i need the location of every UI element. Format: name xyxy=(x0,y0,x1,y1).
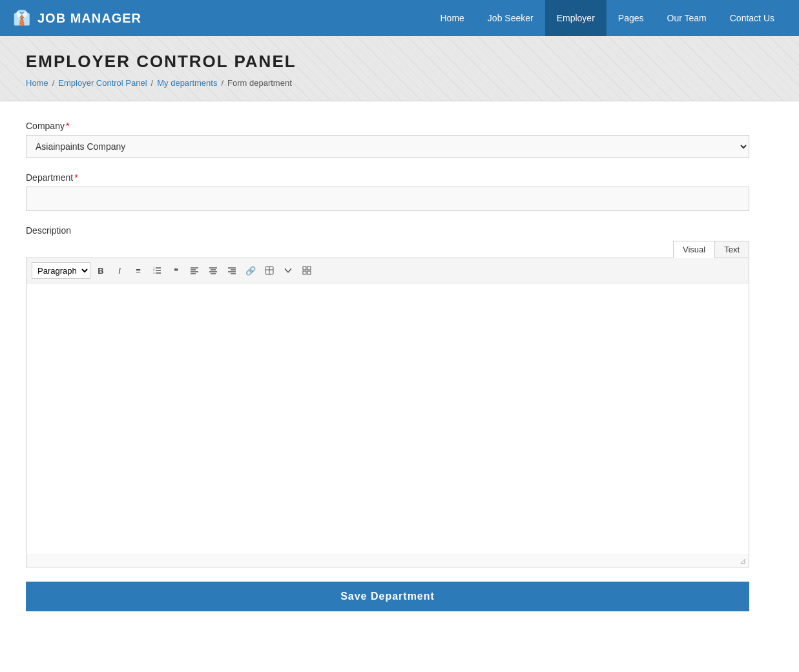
navbar: 👔 JOB MANAGER Home Job Seeker Employer P… xyxy=(0,0,799,36)
toolbar-align-left-button[interactable] xyxy=(186,262,203,279)
breadcrumb-employer-control-panel[interactable]: Employer Control Panel xyxy=(58,78,147,88)
nav-link-employer[interactable]: Employer xyxy=(545,0,607,36)
nav-link-our-team[interactable]: Our Team xyxy=(656,0,718,36)
toolbar-grid-button[interactable] xyxy=(298,262,315,279)
editor-tab-text[interactable]: Text xyxy=(714,241,749,258)
nav-link-contact-us[interactable]: Contact Us xyxy=(718,0,786,36)
nav-link-job-seeker[interactable]: Job Seeker xyxy=(476,0,545,36)
breadcrumb-my-departments[interactable]: My departments xyxy=(157,78,217,88)
page-title: EMPLOYER CONTROL PANEL xyxy=(26,52,773,72)
toolbar-align-center-button[interactable] xyxy=(205,262,222,279)
breadcrumb-sep-2: / xyxy=(151,78,154,88)
editor-wrapper: Visual Text Paragraph Heading 1 Heading … xyxy=(26,241,749,567)
nav-item-job-seeker[interactable]: Job Seeker xyxy=(476,0,545,36)
department-group: Department* xyxy=(26,172,749,211)
resize-icon: ⊿ xyxy=(740,556,746,565)
breadcrumb: Home / Employer Control Panel / My depar… xyxy=(26,78,773,88)
svg-rect-24 xyxy=(307,267,311,270)
editor-tab-visual[interactable]: Visual xyxy=(673,241,714,258)
department-required: * xyxy=(74,172,78,183)
svg-rect-26 xyxy=(307,271,311,274)
company-required: * xyxy=(66,121,69,131)
svg-rect-25 xyxy=(303,271,306,274)
description-group: Description Visual Text Paragraph Headin… xyxy=(26,225,749,567)
nav-menu: Home Job Seeker Employer Pages Our Team … xyxy=(429,0,787,36)
toolbar-ordered-list-button[interactable]: 123 xyxy=(149,262,165,279)
toolbar-table-button[interactable] xyxy=(261,262,278,279)
company-label: Company* xyxy=(26,121,749,131)
department-label: Department* xyxy=(26,172,749,183)
editor-body[interactable] xyxy=(26,283,749,555)
editor-resize-handle: ⊿ xyxy=(26,555,749,567)
description-label: Description xyxy=(26,225,749,236)
svg-text:3: 3 xyxy=(153,271,155,274)
nav-item-employer[interactable]: Employer xyxy=(545,0,607,36)
toolbar-paragraph-select[interactable]: Paragraph Heading 1 Heading 2 Heading 3 xyxy=(32,262,90,279)
toolbar-link-button[interactable]: 🔗 xyxy=(242,262,259,279)
breadcrumb-home[interactable]: Home xyxy=(26,78,48,88)
hero-banner: EMPLOYER CONTROL PANEL Home / Employer C… xyxy=(0,36,799,101)
svg-line-22 xyxy=(288,269,291,272)
toolbar-blockquote-button[interactable]: ❝ xyxy=(167,262,184,279)
breadcrumb-current: Form department xyxy=(227,78,292,88)
department-input[interactable] xyxy=(26,187,749,211)
brand-text: JOB MANAGER xyxy=(37,11,141,26)
toolbar-bold-button[interactable]: B xyxy=(92,262,109,279)
editor-tab-row: Visual Text xyxy=(26,241,749,258)
toolbar-more-button[interactable] xyxy=(280,262,296,279)
brand-icon: 👔 xyxy=(13,10,31,26)
svg-line-21 xyxy=(285,269,288,272)
company-group: Company* Asiainpaints Company xyxy=(26,121,749,158)
main-content: Company* Asiainpaints Company Department… xyxy=(0,101,775,637)
toolbar-italic-button[interactable]: I xyxy=(111,262,128,279)
company-select[interactable]: Asiainpaints Company xyxy=(26,135,749,158)
nav-item-pages[interactable]: Pages xyxy=(607,0,656,36)
breadcrumb-sep-3: / xyxy=(221,78,223,88)
nav-item-contact-us[interactable]: Contact Us xyxy=(718,0,786,36)
breadcrumb-sep-1: / xyxy=(52,78,55,88)
toolbar-unordered-list-button[interactable]: ≡ xyxy=(130,262,147,279)
editor-toolbar: Paragraph Heading 1 Heading 2 Heading 3 … xyxy=(26,258,749,283)
nav-link-pages[interactable]: Pages xyxy=(607,0,656,36)
toolbar-align-right-button[interactable] xyxy=(223,262,240,279)
nav-item-home[interactable]: Home xyxy=(429,0,476,36)
nav-item-our-team[interactable]: Our Team xyxy=(656,0,718,36)
editor-container: Paragraph Heading 1 Heading 2 Heading 3 … xyxy=(26,258,749,567)
save-department-button[interactable]: Save Department xyxy=(26,582,749,611)
nav-link-home[interactable]: Home xyxy=(429,0,476,36)
brand: 👔 JOB MANAGER xyxy=(13,10,141,26)
svg-rect-23 xyxy=(303,267,306,270)
